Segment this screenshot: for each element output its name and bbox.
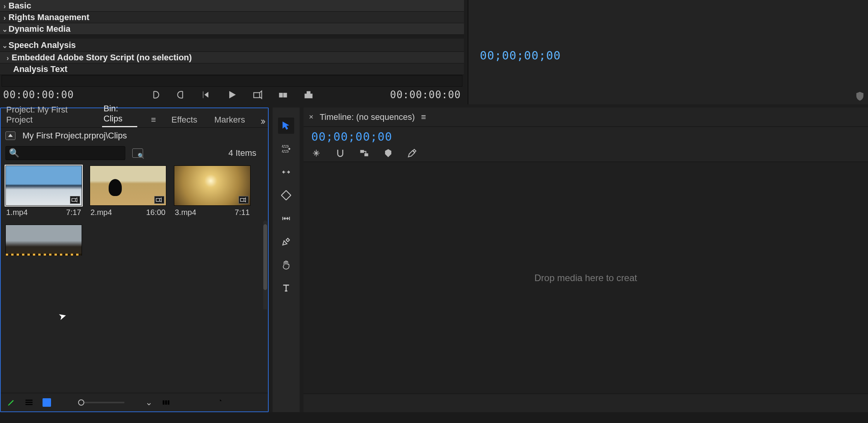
meta-rights-label: Rights Management [9, 12, 89, 22]
timeline-timecode[interactable]: 00;00;00;00 [304, 127, 868, 146]
meta-row-analysis-text: Analysis Text [0, 63, 464, 75]
mark-in-icon[interactable] [150, 90, 160, 100]
go-to-in-icon[interactable] [201, 90, 211, 100]
panel-menu-icon[interactable]: ≡ [151, 115, 156, 127]
search-input[interactable]: 🔍 [5, 146, 125, 160]
svg-rect-11 [61, 400, 65, 404]
meta-section-dynamic[interactable]: ⌄Dynamic Media [0, 23, 464, 35]
video-audio-badge-icon [239, 196, 249, 204]
clip-thumbnail[interactable] [5, 225, 82, 256]
clip-item[interactable]: 1.mp47:17 [5, 165, 82, 217]
meta-section-basic[interactable]: ›Basic [0, 0, 464, 12]
chevron-down-icon: ⌄ [145, 397, 152, 408]
mark-out-icon[interactable] [176, 90, 186, 100]
insert-sequence-icon[interactable] [311, 148, 321, 158]
clip-name: 2.mp4 [90, 208, 112, 217]
svg-rect-19 [282, 150, 288, 152]
svg-rect-10 [26, 404, 32, 405]
add-marker-icon[interactable] [383, 148, 393, 158]
clip-thumbnail[interactable] [174, 165, 251, 206]
status-bar [0, 412, 868, 423]
chevron-right-icon: › [1, 12, 9, 24]
icon-view-button[interactable] [43, 398, 51, 407]
project-path[interactable]: My First Project.prproj\Clips [22, 131, 127, 141]
svg-rect-20 [281, 191, 291, 200]
find-in-bin-button[interactable]: 🔍 [132, 148, 143, 158]
export-frame-icon[interactable] [252, 90, 263, 100]
svg-rect-9 [26, 402, 32, 403]
clip-item[interactable] [5, 225, 82, 256]
hand-tool[interactable] [278, 257, 294, 273]
tab-effects[interactable]: Effects [170, 115, 199, 127]
scrollbar-thumb[interactable] [263, 224, 267, 290]
timeline-drop-area[interactable]: Drop media here to creat [304, 162, 868, 394]
video-audio-badge-icon [154, 196, 164, 204]
clip-item[interactable]: 3.mp47:11 [174, 165, 251, 217]
program-timecode[interactable]: 00;00;00;00 [480, 49, 561, 62]
automate-to-sequence-button[interactable] [162, 398, 170, 407]
panel-menu-icon[interactable]: ≡ [421, 112, 426, 122]
svg-rect-21 [360, 150, 364, 153]
zoom-slider-knob[interactable] [78, 399, 84, 406]
safe-margins-icon[interactable] [855, 91, 865, 101]
chevron-down-icon: ⌄ [1, 39, 9, 52]
delete-button[interactable] [253, 398, 262, 407]
zoom-slider[interactable] [78, 402, 124, 403]
sort-dropdown[interactable]: ⌄ [134, 397, 152, 408]
close-tab-icon[interactable]: × [309, 113, 314, 121]
clip-grid: 1.mp47:17 2.mp416:00 3.mp47:11 [1, 162, 268, 309]
tab-bin-clips[interactable]: Bin: Clips [102, 104, 137, 127]
timeline-panel: × Timeline: (no sequences) ≡ 00;00;00;00… [304, 107, 868, 412]
meta-section-speech[interactable]: ⌄Speech Analysis [0, 39, 464, 52]
meta-row-story-script[interactable]: ›Embedded Adobe Story Script (no selecti… [0, 52, 464, 63]
insert-icon[interactable] [278, 90, 288, 100]
grid-scrollbar[interactable] [263, 220, 267, 309]
svg-rect-5 [72, 198, 75, 201]
svg-rect-3 [305, 94, 312, 98]
svg-rect-0 [254, 93, 259, 98]
meta-section-rights[interactable]: ›Rights Management [0, 12, 464, 23]
clip-duration: 16:00 [146, 208, 165, 217]
clip-name: 3.mp4 [175, 208, 196, 217]
project-panel-footer: ⌄ [1, 393, 268, 411]
overflow-tabs-icon[interactable]: ›› [261, 115, 264, 127]
source-transport-bar: 00:00:00:00 00:00:00:00 [0, 85, 464, 104]
video-audio-badge-icon [70, 196, 80, 204]
ripple-edit-tool[interactable] [278, 164, 294, 180]
overwrite-icon[interactable] [304, 90, 314, 100]
find-button[interactable] [179, 398, 188, 407]
meta-story-label: Embedded Adobe Story Script (no selectio… [12, 53, 192, 62]
svg-rect-7 [240, 198, 244, 201]
snap-icon[interactable] [335, 148, 345, 158]
svg-rect-1 [279, 93, 283, 97]
tab-project[interactable]: Project: My First Project [5, 105, 88, 127]
linked-selection-icon[interactable] [359, 148, 369, 158]
svg-point-16 [181, 399, 185, 404]
new-item-button[interactable] [215, 398, 223, 407]
tool-palette [273, 107, 300, 412]
slip-tool[interactable] [278, 210, 294, 227]
pencil-icon[interactable] [7, 398, 15, 407]
razor-tool[interactable] [278, 187, 294, 203]
clip-thumbnail[interactable] [90, 165, 166, 206]
settings-icon[interactable] [407, 148, 417, 158]
play-icon[interactable] [227, 90, 237, 100]
source-out-timecode[interactable]: 00:00:00:00 [390, 89, 461, 101]
svg-rect-14 [165, 400, 167, 404]
selection-tool[interactable] [278, 118, 294, 134]
source-in-timecode[interactable]: 00:00:00:00 [3, 89, 74, 101]
pen-tool[interactable] [278, 234, 294, 250]
track-select-tool[interactable] [278, 141, 294, 157]
svg-rect-18 [282, 145, 288, 147]
type-tool[interactable] [278, 280, 294, 296]
navigate-up-button[interactable] [5, 131, 15, 140]
timeline-title[interactable]: Timeline: (no sequences) [320, 112, 415, 122]
list-view-button[interactable] [25, 398, 33, 407]
clip-thumbnail[interactable] [5, 165, 82, 206]
clip-item[interactable]: 2.mp416:00 [90, 165, 166, 217]
clip-name: 1.mp4 [6, 208, 28, 217]
tab-markers[interactable]: Markers [213, 115, 246, 127]
new-bin-button[interactable] [197, 398, 206, 407]
clip-duration: 7:11 [235, 208, 250, 217]
freeform-view-button[interactable] [60, 398, 69, 407]
